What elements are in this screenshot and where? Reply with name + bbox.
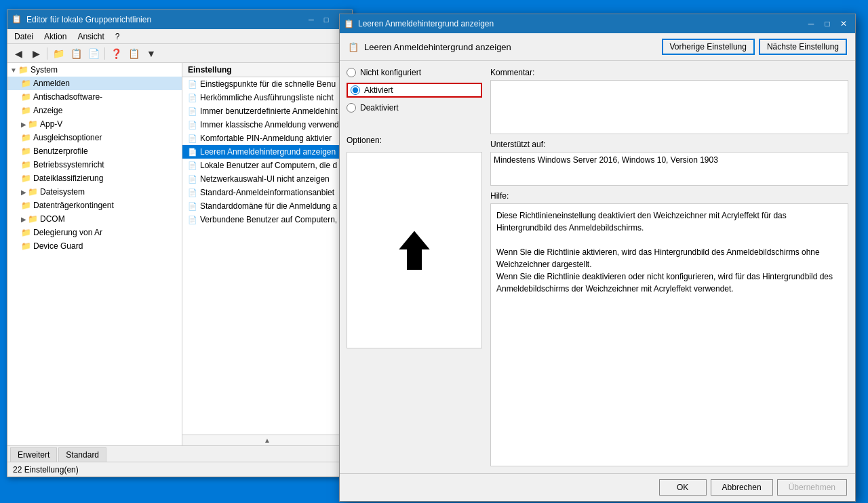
row-icon-6: 📄 [188, 161, 197, 170]
list-item-1[interactable]: 📄 Herkömmliche Ausführungsliste nicht [182, 91, 352, 104]
list-item-6[interactable]: 📄 Lokale Benutzer auf Computern, die d [182, 159, 352, 172]
options-box[interactable] [347, 152, 482, 348]
menu-help[interactable]: ? [111, 31, 124, 43]
tree-item-system[interactable]: ▼ 📁 System [7, 63, 182, 77]
tree-item-benutzerprofile[interactable]: 📁 Benutzerprofile [7, 144, 182, 158]
tree-label-betrieb: Betriebssystemricht [33, 160, 104, 169]
apply-button[interactable]: Übernehmen [777, 479, 847, 496]
tree-item-appv[interactable]: ▶ 📁 App-V [7, 117, 182, 131]
tree-label-dateiclass: Dateiklassifizierung [33, 174, 103, 183]
row-icon-10: 📄 [188, 216, 197, 224]
radio-activated[interactable]: Aktiviert [347, 83, 482, 98]
unterstuetzt-text: Mindestens Windows Server 2016, Windows … [494, 155, 718, 165]
tree-item-datentrage[interactable]: 📁 Datenträgerkontingent [7, 199, 182, 212]
cancel-button[interactable]: Abbrechen [711, 479, 773, 496]
forward-button[interactable]: ▶ [28, 46, 44, 61]
row-label-9: Standarddomäne für die Anmeldung a [200, 201, 337, 211]
tree-item-delegierung[interactable]: 📁 Delegierung von Ar [7, 226, 182, 239]
hilfe-section: Hilfe: Diese Richtlinieneinstellung deak… [490, 191, 848, 466]
back-button[interactable]: ◀ [10, 46, 26, 61]
tab-standard[interactable]: Standard [58, 447, 106, 462]
menu-ansicht[interactable]: Ansicht [73, 31, 108, 43]
unterstuetzt-value: Mindestens Windows Server 2016, Windows … [490, 152, 848, 186]
modal-header: 📋 Leeren Anmeldehintergrund anzeigen Vor… [340, 33, 855, 61]
arrow-decoration-svg [387, 226, 441, 274]
tree-item-dcom[interactable]: ▶ 📁 DCOM [7, 212, 182, 226]
modal-header-label: Leeren Anmeldehintergrund anzeigen [364, 42, 511, 52]
list-item-0[interactable]: 📄 Einstiegspunkte für die schnelle Benu [182, 77, 352, 91]
expand-icon-dateisystem: ▶ [21, 188, 26, 196]
menu-datei[interactable]: Datei [10, 31, 37, 43]
modal-maximize-button[interactable]: □ [820, 18, 835, 30]
folder-icon-betrieb: 📁 [21, 160, 31, 169]
row-icon-3: 📄 [188, 121, 197, 129]
tree-panel[interactable]: ▼ 📁 System 📁 Anmelden 📁 Antischadsoftwar… [7, 63, 182, 445]
tree-item-betrieb[interactable]: 📁 Betriebssystemricht [7, 158, 182, 172]
radio-deactivated-input[interactable] [347, 103, 356, 113]
list-item-4[interactable]: 📄 Komfortable PIN-Anmeldung aktivier [182, 132, 352, 145]
tree-label-deviceguard: Device Guard [33, 241, 83, 251]
radio-deactivated[interactable]: Deaktiviert [347, 103, 482, 113]
radio-not-configured-label: Nicht konfiguriert [360, 68, 421, 77]
radio-not-configured-input[interactable] [347, 68, 356, 77]
kommentar-textarea[interactable] [490, 80, 848, 134]
tree-item-deviceguard[interactable]: 📁 Device Guard [7, 239, 182, 253]
modal-title-text: Leeren Anmeldehintergrund anzeigen [358, 19, 800, 28]
row-label-0: Einstiegspunkte für die schnelle Benu [200, 79, 336, 89]
radio-activated-label: Aktiviert [364, 85, 393, 95]
filter-button[interactable]: ▼ [143, 46, 159, 61]
tree-item-ausgleich[interactable]: 📁 Ausgleichsoptioner [7, 131, 182, 144]
list-item-7[interactable]: 📄 Netzwerkauswahl-UI nicht anzeigen [182, 172, 352, 186]
main-window-title: Editor für lokale Gruppenrichtlinien [26, 15, 300, 24]
next-setting-button[interactable]: Nächste Einstellung [759, 39, 847, 55]
radio-activated-input[interactable] [351, 85, 360, 95]
toolbar-btn-5[interactable]: 📋 [125, 46, 142, 61]
tree-item-anzeige[interactable]: 📁 Anzeige [7, 104, 182, 117]
options-label: Optionen: [347, 136, 482, 145]
scroll-arrow[interactable]: ▲ [182, 435, 352, 445]
modal-footer: OK Abbrechen Übernehmen [340, 473, 855, 501]
list-item-5[interactable]: 📄 Leeren Anmeldehintergrund anzeigen [182, 145, 352, 159]
toolbar-btn-2[interactable]: 📋 [68, 46, 84, 61]
list-item-3[interactable]: 📄 Immer klassische Anmeldung verwend [182, 118, 352, 132]
menu-bar: Datei Aktion Ansicht ? [7, 29, 352, 44]
modal-header-title: 📋 Leeren Anmeldehintergrund anzeigen [348, 42, 511, 52]
tree-label-dcom: DCOM [40, 214, 65, 224]
expand-icon-appv: ▶ [21, 121, 26, 128]
tree-item-dateiclass[interactable]: 📁 Dateiklassifizierung [7, 172, 182, 185]
prev-setting-button[interactable]: Vorherige Einstellung [662, 39, 755, 55]
list-item-8[interactable]: 📄 Standard-Anmeldeinformationsanbiet [182, 186, 352, 199]
folder-icon-delegierung: 📁 [21, 228, 31, 237]
list-item-2[interactable]: 📄 Immer benutzerdefinierte Anmeldehint [182, 104, 352, 118]
list-panel: Einstellung 📄 Einstiegspunkte für die sc… [182, 63, 352, 445]
minimize-button[interactable]: ─ [304, 14, 318, 26]
tree-label-appv: App-V [40, 119, 62, 129]
status-text: 22 Einstellung(en) [13, 465, 79, 475]
folder-icon-anmelden: 📁 [21, 79, 31, 88]
list-item-9[interactable]: 📄 Standarddomäne für die Anmeldung a [182, 199, 352, 213]
maximize-button[interactable]: □ [319, 14, 333, 26]
list-item-10[interactable]: 📄 Verbundene Benutzer auf Computern, [182, 213, 352, 226]
menu-aktion[interactable]: Aktion [40, 31, 71, 43]
tree-item-dateisystem[interactable]: ▶ 📁 Dateisystem [7, 185, 182, 199]
tree-item-anmelden[interactable]: 📁 Anmelden [7, 77, 182, 90]
modal-minimize-button[interactable]: ─ [804, 18, 818, 30]
folder-icon-dateisystem: 📁 [28, 187, 38, 197]
content-area: ▼ 📁 System 📁 Anmelden 📁 Antischadsoftwar… [7, 63, 352, 445]
toolbar-btn-4[interactable]: ❓ [108, 46, 124, 61]
toolbar-btn-3[interactable]: 📄 [85, 46, 102, 61]
modal-close-button[interactable]: ✕ [836, 18, 851, 30]
radio-not-configured[interactable]: Nicht konfiguriert [347, 68, 482, 77]
toolbar-btn-1[interactable]: 📁 [50, 46, 66, 61]
options-section: Optionen: [347, 130, 482, 348]
tab-erweitert[interactable]: Erweitert [10, 447, 57, 462]
toolbar-sep-2 [104, 47, 105, 60]
row-icon-0: 📄 [188, 80, 197, 89]
ok-button[interactable]: OK [659, 479, 707, 496]
status-bar: 22 Einstellung(en) [7, 462, 352, 477]
tree-item-antischad[interactable]: 📁 Antischadsoftware- [7, 90, 182, 104]
list-header: Einstellung [182, 63, 352, 77]
main-window: 📋 Editor für lokale Gruppenrichtlinien ─… [7, 9, 353, 477]
unterstuetzt-section: Unterstützt auf: Mindestens Windows Serv… [490, 140, 848, 186]
svg-marker-1 [397, 230, 431, 270]
